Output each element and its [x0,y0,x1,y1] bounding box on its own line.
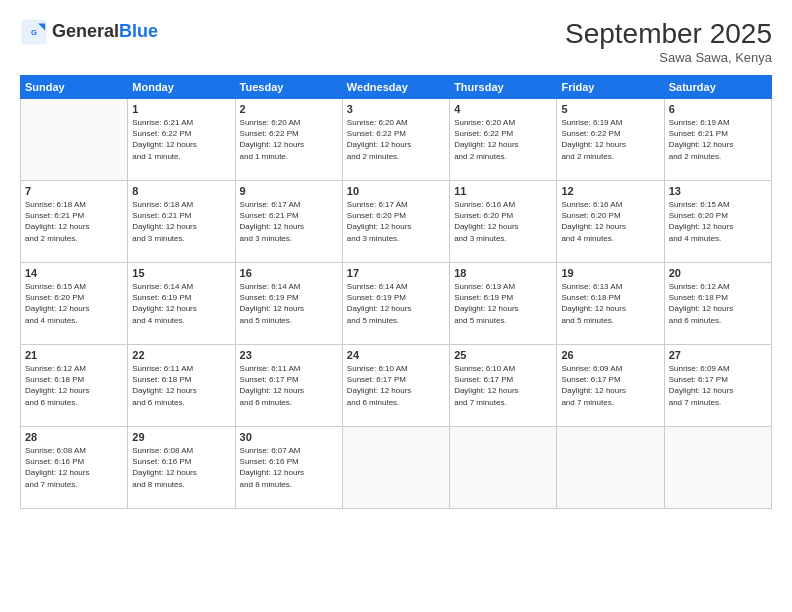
day-info: Sunrise: 6:19 AM Sunset: 6:21 PM Dayligh… [669,117,767,162]
calendar-cell: 15Sunrise: 6:14 AM Sunset: 6:19 PM Dayli… [128,263,235,345]
calendar-cell: 27Sunrise: 6:09 AM Sunset: 6:17 PM Dayli… [664,345,771,427]
day-number: 24 [347,349,445,361]
calendar-cell [21,99,128,181]
day-info: Sunrise: 6:17 AM Sunset: 6:21 PM Dayligh… [240,199,338,244]
logo-icon: G [20,18,48,46]
day-info: Sunrise: 6:20 AM Sunset: 6:22 PM Dayligh… [347,117,445,162]
calendar-cell [342,427,449,509]
calendar-week-row: 28Sunrise: 6:08 AM Sunset: 6:16 PM Dayli… [21,427,772,509]
calendar-header-row: SundayMondayTuesdayWednesdayThursdayFrid… [21,76,772,99]
calendar-cell: 26Sunrise: 6:09 AM Sunset: 6:17 PM Dayli… [557,345,664,427]
day-info: Sunrise: 6:16 AM Sunset: 6:20 PM Dayligh… [561,199,659,244]
calendar-week-row: 14Sunrise: 6:15 AM Sunset: 6:20 PM Dayli… [21,263,772,345]
calendar-cell: 28Sunrise: 6:08 AM Sunset: 6:16 PM Dayli… [21,427,128,509]
calendar-cell: 10Sunrise: 6:17 AM Sunset: 6:20 PM Dayli… [342,181,449,263]
day-number: 1 [132,103,230,115]
day-number: 29 [132,431,230,443]
day-of-week-header: Sunday [21,76,128,99]
day-number: 19 [561,267,659,279]
calendar-cell: 3Sunrise: 6:20 AM Sunset: 6:22 PM Daylig… [342,99,449,181]
calendar-week-row: 21Sunrise: 6:12 AM Sunset: 6:18 PM Dayli… [21,345,772,427]
day-number: 22 [132,349,230,361]
calendar-cell: 1Sunrise: 6:21 AM Sunset: 6:22 PM Daylig… [128,99,235,181]
day-number: 27 [669,349,767,361]
day-number: 3 [347,103,445,115]
day-info: Sunrise: 6:08 AM Sunset: 6:16 PM Dayligh… [25,445,123,490]
day-number: 15 [132,267,230,279]
calendar-cell: 19Sunrise: 6:13 AM Sunset: 6:18 PM Dayli… [557,263,664,345]
day-number: 11 [454,185,552,197]
calendar-cell: 24Sunrise: 6:10 AM Sunset: 6:17 PM Dayli… [342,345,449,427]
title-block: September 2025 Sawa Sawa, Kenya [565,18,772,65]
day-number: 18 [454,267,552,279]
day-info: Sunrise: 6:14 AM Sunset: 6:19 PM Dayligh… [347,281,445,326]
day-info: Sunrise: 6:08 AM Sunset: 6:16 PM Dayligh… [132,445,230,490]
calendar-cell: 11Sunrise: 6:16 AM Sunset: 6:20 PM Dayli… [450,181,557,263]
calendar-week-row: 1Sunrise: 6:21 AM Sunset: 6:22 PM Daylig… [21,99,772,181]
calendar-cell: 2Sunrise: 6:20 AM Sunset: 6:22 PM Daylig… [235,99,342,181]
day-info: Sunrise: 6:15 AM Sunset: 6:20 PM Dayligh… [669,199,767,244]
day-number: 10 [347,185,445,197]
calendar-cell: 30Sunrise: 6:07 AM Sunset: 6:16 PM Dayli… [235,427,342,509]
calendar-cell: 5Sunrise: 6:19 AM Sunset: 6:22 PM Daylig… [557,99,664,181]
day-info: Sunrise: 6:11 AM Sunset: 6:17 PM Dayligh… [240,363,338,408]
calendar-cell [450,427,557,509]
logo-text: GeneralBlue [52,22,158,42]
calendar-cell: 13Sunrise: 6:15 AM Sunset: 6:20 PM Dayli… [664,181,771,263]
day-info: Sunrise: 6:17 AM Sunset: 6:20 PM Dayligh… [347,199,445,244]
day-info: Sunrise: 6:13 AM Sunset: 6:19 PM Dayligh… [454,281,552,326]
day-info: Sunrise: 6:20 AM Sunset: 6:22 PM Dayligh… [240,117,338,162]
day-info: Sunrise: 6:21 AM Sunset: 6:22 PM Dayligh… [132,117,230,162]
day-info: Sunrise: 6:09 AM Sunset: 6:17 PM Dayligh… [669,363,767,408]
day-number: 7 [25,185,123,197]
day-info: Sunrise: 6:19 AM Sunset: 6:22 PM Dayligh… [561,117,659,162]
day-number: 6 [669,103,767,115]
day-info: Sunrise: 6:11 AM Sunset: 6:18 PM Dayligh… [132,363,230,408]
day-number: 4 [454,103,552,115]
day-of-week-header: Thursday [450,76,557,99]
calendar-cell: 18Sunrise: 6:13 AM Sunset: 6:19 PM Dayli… [450,263,557,345]
calendar-cell: 20Sunrise: 6:12 AM Sunset: 6:18 PM Dayli… [664,263,771,345]
calendar-cell [664,427,771,509]
day-info: Sunrise: 6:16 AM Sunset: 6:20 PM Dayligh… [454,199,552,244]
calendar-cell [557,427,664,509]
calendar-cell: 17Sunrise: 6:14 AM Sunset: 6:19 PM Dayli… [342,263,449,345]
calendar-cell: 16Sunrise: 6:14 AM Sunset: 6:19 PM Dayli… [235,263,342,345]
calendar-cell: 12Sunrise: 6:16 AM Sunset: 6:20 PM Dayli… [557,181,664,263]
day-info: Sunrise: 6:15 AM Sunset: 6:20 PM Dayligh… [25,281,123,326]
day-number: 20 [669,267,767,279]
page-header: G GeneralBlue September 2025 Sawa Sawa, … [20,18,772,65]
day-info: Sunrise: 6:18 AM Sunset: 6:21 PM Dayligh… [25,199,123,244]
day-number: 8 [132,185,230,197]
day-of-week-header: Saturday [664,76,771,99]
day-number: 21 [25,349,123,361]
day-number: 26 [561,349,659,361]
day-of-week-header: Monday [128,76,235,99]
svg-text:G: G [31,28,37,37]
logo: G GeneralBlue [20,18,158,46]
calendar-cell: 9Sunrise: 6:17 AM Sunset: 6:21 PM Daylig… [235,181,342,263]
day-of-week-header: Tuesday [235,76,342,99]
day-info: Sunrise: 6:10 AM Sunset: 6:17 PM Dayligh… [454,363,552,408]
calendar-cell: 14Sunrise: 6:15 AM Sunset: 6:20 PM Dayli… [21,263,128,345]
day-number: 23 [240,349,338,361]
calendar-cell: 29Sunrise: 6:08 AM Sunset: 6:16 PM Dayli… [128,427,235,509]
day-number: 13 [669,185,767,197]
calendar-cell: 22Sunrise: 6:11 AM Sunset: 6:18 PM Dayli… [128,345,235,427]
day-info: Sunrise: 6:12 AM Sunset: 6:18 PM Dayligh… [25,363,123,408]
day-number: 17 [347,267,445,279]
day-info: Sunrise: 6:14 AM Sunset: 6:19 PM Dayligh… [132,281,230,326]
day-info: Sunrise: 6:13 AM Sunset: 6:18 PM Dayligh… [561,281,659,326]
day-info: Sunrise: 6:10 AM Sunset: 6:17 PM Dayligh… [347,363,445,408]
day-info: Sunrise: 6:18 AM Sunset: 6:21 PM Dayligh… [132,199,230,244]
day-info: Sunrise: 6:09 AM Sunset: 6:17 PM Dayligh… [561,363,659,408]
day-number: 28 [25,431,123,443]
day-number: 25 [454,349,552,361]
day-number: 2 [240,103,338,115]
calendar-cell: 25Sunrise: 6:10 AM Sunset: 6:17 PM Dayli… [450,345,557,427]
day-info: Sunrise: 6:12 AM Sunset: 6:18 PM Dayligh… [669,281,767,326]
day-info: Sunrise: 6:14 AM Sunset: 6:19 PM Dayligh… [240,281,338,326]
day-info: Sunrise: 6:07 AM Sunset: 6:16 PM Dayligh… [240,445,338,490]
calendar-cell: 8Sunrise: 6:18 AM Sunset: 6:21 PM Daylig… [128,181,235,263]
day-number: 12 [561,185,659,197]
